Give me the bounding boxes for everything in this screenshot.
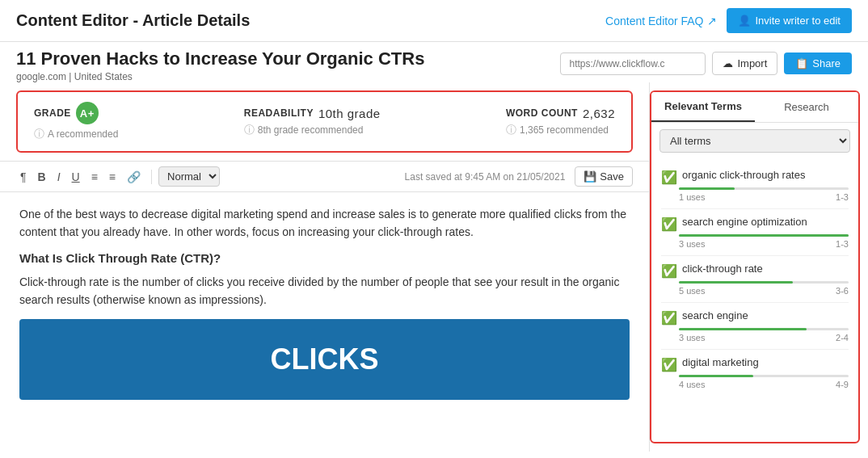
toolbar-divider xyxy=(151,170,152,184)
term-item: ✅ click-through rate 5 uses 3-6 xyxy=(651,256,858,303)
ordered-list-button[interactable]: ≡ xyxy=(87,168,102,186)
term-item: ✅ organic click-through rates 1 uses 1-3 xyxy=(651,162,858,209)
editor-image: CLICKS xyxy=(19,319,630,400)
save-button[interactable]: 💾 Save xyxy=(575,166,633,187)
term-range: 4-9 xyxy=(836,380,849,389)
word-count-label: WORD COUNT xyxy=(506,107,578,119)
share-button[interactable]: 📋 Share xyxy=(784,53,852,74)
paragraph-button[interactable]: ¶ xyxy=(16,168,31,186)
term-bar-fill xyxy=(679,234,849,237)
external-link-icon: ↗ xyxy=(707,15,717,27)
term-item: ✅ digital marketing 4 uses 4-9 xyxy=(651,350,858,396)
person-icon: 👤 xyxy=(738,15,751,27)
term-bar-fill xyxy=(679,187,735,190)
share-icon: 📋 xyxy=(795,57,808,69)
term-bar-fill xyxy=(679,375,753,377)
word-count-sub: 1,365 recommended xyxy=(520,124,609,136)
save-icon: 💾 xyxy=(584,170,596,183)
header-actions: Content Editor FAQ ↗ 👤 Invite writer to … xyxy=(605,8,852,33)
term-name-text: organic click-through rates xyxy=(682,169,805,181)
text-style-select[interactable]: Normal xyxy=(158,166,220,187)
term-uses: 5 uses xyxy=(679,286,705,296)
tab-research[interactable]: Research xyxy=(755,92,858,122)
readability-label: READABILITY xyxy=(244,107,314,119)
grade-metric: GRADE A+ ⓘ A recommended xyxy=(34,102,118,141)
term-uses: 1 uses xyxy=(679,192,705,202)
faq-link[interactable]: Content Editor FAQ ↗ xyxy=(605,15,716,27)
term-check-icon: ✅ xyxy=(661,310,677,326)
readability-value: 10th grade xyxy=(318,107,381,120)
term-name-text: click-through rate xyxy=(682,263,763,275)
readability-metric: READABILITY 10th grade ⓘ 8th grade recom… xyxy=(244,107,381,137)
tab-relevant-terms[interactable]: Relevant Terms xyxy=(651,92,755,122)
article-title: 11 Proven Hacks to Increase Your Organic… xyxy=(16,48,424,69)
faq-label: Content Editor FAQ xyxy=(605,15,703,27)
underline-button[interactable]: U xyxy=(68,168,84,186)
url-input[interactable] xyxy=(560,53,706,75)
metrics-bar: GRADE A+ ⓘ A recommended READABILITY 10t… xyxy=(16,90,633,153)
term-uses: 4 uses xyxy=(679,380,705,389)
bold-button[interactable]: B xyxy=(34,168,50,186)
term-check-icon: ✅ xyxy=(661,263,677,279)
term-range: 1-3 xyxy=(836,192,849,202)
editor-content: One of the best ways to decrease digital… xyxy=(19,205,630,400)
import-button[interactable]: ☁ Import xyxy=(712,52,777,75)
term-uses: 3 uses xyxy=(679,333,705,342)
term-check-icon: ✅ xyxy=(661,170,677,185)
right-panel: Relevant Terms Research All terms Missin… xyxy=(650,90,860,443)
term-name-text: search engine xyxy=(682,309,748,321)
left-panel: GRADE A+ ⓘ A recommended READABILITY 10t… xyxy=(0,82,650,452)
term-bar-fill xyxy=(679,328,807,330)
info-icon: ⓘ xyxy=(34,127,44,141)
word-count-metric: WORD COUNT 2,632 ⓘ 1,365 recommended xyxy=(506,107,615,137)
editor-paragraph-1: One of the best ways to decrease digital… xyxy=(19,205,630,242)
word-count-value: 2,632 xyxy=(583,107,615,120)
main-layout: GRADE A+ ⓘ A recommended READABILITY 10t… xyxy=(0,82,868,452)
readability-sub: 8th grade recommended xyxy=(258,124,364,136)
term-name-text: digital marketing xyxy=(682,356,759,368)
term-check-icon: ✅ xyxy=(661,216,677,232)
editor-area[interactable]: One of the best ways to decrease digital… xyxy=(0,192,649,452)
term-uses: 3 uses xyxy=(679,239,705,249)
editor-paragraph-2: Click-through rate is the number of clic… xyxy=(19,273,630,309)
page-title: Content Editor - Article Details xyxy=(16,11,250,30)
term-name-text: search engine optimization xyxy=(682,216,807,228)
info-icon-3: ⓘ xyxy=(506,123,516,137)
editor-heading-1: What Is Click Through Rate (CTR)? xyxy=(19,251,630,265)
grade-sub: A recommended xyxy=(48,128,118,140)
term-item: ✅ search engine 3 uses 2-4 xyxy=(651,303,858,350)
terms-filter: All terms Missing terms Used terms xyxy=(651,123,858,159)
article-meta: 11 Proven Hacks to Increase Your Organic… xyxy=(16,48,424,82)
italic-button[interactable]: I xyxy=(53,168,65,186)
grade-label: GRADE xyxy=(34,107,71,119)
unordered-list-button[interactable]: ≡ xyxy=(105,168,120,186)
term-bar-fill xyxy=(679,281,793,284)
term-range: 3-6 xyxy=(836,286,849,296)
grade-badge: A+ xyxy=(76,102,99,124)
editor-toolbar: ¶ B I U ≡ ≡ 🔗 Normal Last saved at 9:45 … xyxy=(0,161,649,192)
right-panel-tabs: Relevant Terms Research xyxy=(651,92,858,123)
terms-list: ✅ organic click-through rates 1 uses 1-3… xyxy=(651,159,858,442)
last-saved-text: Last saved at 9:45 AM on 21/05/2021 xyxy=(405,171,566,183)
term-range: 1-3 xyxy=(836,239,849,249)
header: Content Editor - Article Details Content… xyxy=(0,0,868,42)
invite-writer-button[interactable]: 👤 Invite writer to edit xyxy=(727,8,853,33)
info-icon-2: ⓘ xyxy=(244,123,255,137)
link-button[interactable]: 🔗 xyxy=(123,168,145,186)
term-check-icon: ✅ xyxy=(661,357,677,372)
term-range: 2-4 xyxy=(836,333,849,342)
article-url: google.com | United States xyxy=(16,71,424,82)
terms-filter-select[interactable]: All terms Missing terms Used terms xyxy=(659,129,850,153)
term-item: ✅ search engine optimization 3 uses 1-3 xyxy=(651,209,858,256)
cloud-icon: ☁ xyxy=(723,57,733,69)
